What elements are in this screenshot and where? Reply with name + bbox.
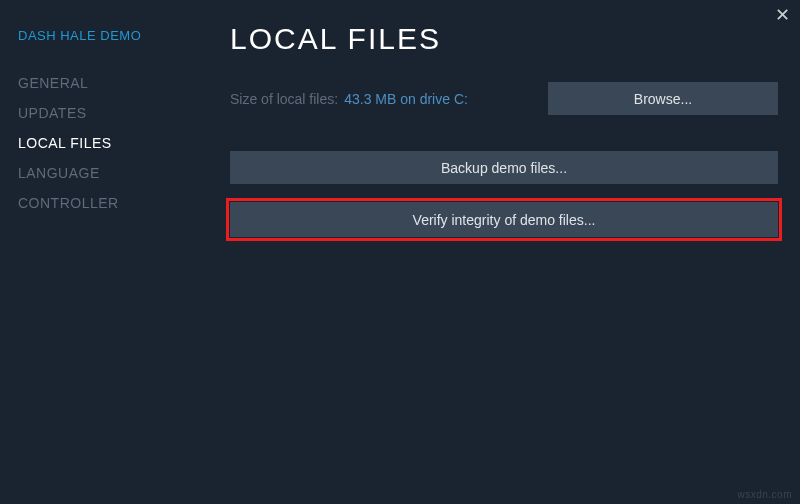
button-stack: Backup demo files... Verify integrity of… [230,151,778,237]
sidebar-item-local-files[interactable]: LOCAL FILES [18,135,200,151]
page-title: LOCAL FILES [230,22,778,56]
size-info-row: Size of local files: 43.3 MB on drive C:… [230,82,778,115]
sidebar-item-updates[interactable]: UPDATES [18,105,200,121]
app-title[interactable]: DASH HALE DEMO [18,28,200,43]
size-value-link[interactable]: 43.3 MB on drive C: [344,91,542,107]
main-panel: LOCAL FILES Size of local files: 43.3 MB… [200,0,800,504]
sidebar-nav: GENERAL UPDATES LOCAL FILES LANGUAGE CON… [18,75,200,211]
browse-button[interactable]: Browse... [548,82,778,115]
sidebar-item-language[interactable]: LANGUAGE [18,165,200,181]
sidebar-item-general[interactable]: GENERAL [18,75,200,91]
sidebar-item-controller[interactable]: CONTROLLER [18,195,200,211]
sidebar: DASH HALE DEMO GENERAL UPDATES LOCAL FIL… [0,0,200,504]
size-label: Size of local files: [230,91,338,107]
verify-integrity-button[interactable]: Verify integrity of demo files... [230,202,778,237]
watermark: wsxdn.com [737,489,792,500]
backup-button[interactable]: Backup demo files... [230,151,778,184]
close-icon[interactable]: ✕ [775,6,790,24]
